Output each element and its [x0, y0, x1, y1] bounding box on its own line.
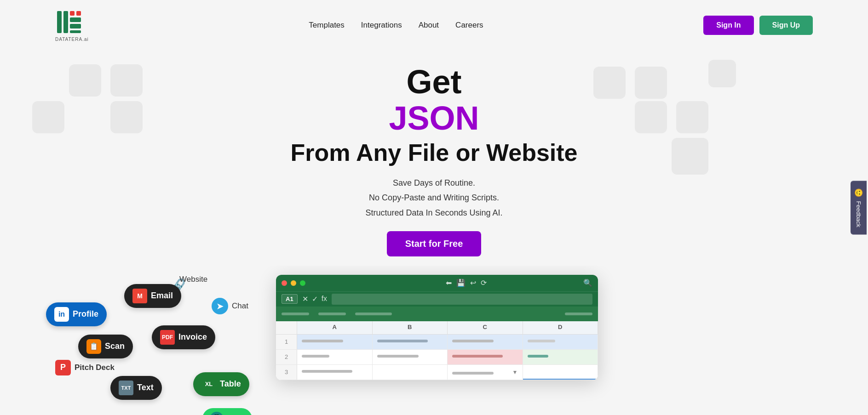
- cell-c3[interactable]: ▼: [448, 365, 523, 380]
- nav-link-careers[interactable]: Careers: [455, 21, 483, 30]
- excel-icon: XL: [201, 377, 216, 392]
- sheet-save-icon: 💾: [456, 279, 466, 287]
- window-maximize-dot: [300, 280, 305, 286]
- sheet-nav-icon: ⬅: [446, 279, 452, 287]
- cell-b2[interactable]: [373, 350, 448, 364]
- svg-rect-6: [70, 30, 81, 33]
- logo[interactable]: DATATERA.ai: [55, 8, 89, 42]
- col-header-b: B: [373, 321, 448, 334]
- row-number: 1: [276, 335, 297, 349]
- row-number: 2: [276, 350, 297, 364]
- cell-b1[interactable]: [373, 335, 448, 349]
- logo-icon: [55, 8, 83, 36]
- badge-email: M Email: [124, 284, 181, 308]
- brand-name: DATATERA.ai: [55, 37, 89, 42]
- whatsapp-icon: 💬: [210, 412, 224, 415]
- cell-c1[interactable]: [448, 335, 523, 349]
- badge-linkedin-label: Profile: [73, 309, 98, 319]
- cell-c2[interactable]: [448, 350, 523, 364]
- sheet-bar-item: [355, 313, 392, 315]
- cell-a2[interactable]: [297, 350, 373, 364]
- window-minimize-dot: [291, 280, 296, 286]
- badge-table-label: Table: [220, 379, 241, 389]
- badge-linkedin: in Profile: [46, 302, 107, 326]
- col-header-d: D: [523, 321, 598, 334]
- svg-rect-4: [70, 17, 81, 22]
- floating-badges: 🔗 Website in Profile M Email ➤ Chat 📋 Sc…: [37, 275, 258, 415]
- sheet-undo-icon: ↩: [470, 279, 476, 287]
- badge-invoice: PDF Invoice: [152, 325, 215, 349]
- navbar: DATATERA.ai Templates Integrations About…: [0, 0, 868, 50]
- sheet-header-row: A B C D: [276, 321, 598, 335]
- col-header-a: A: [297, 321, 373, 334]
- cell-a1[interactable]: [297, 335, 373, 349]
- nav-link-templates[interactable]: Templates: [309, 21, 344, 30]
- cell-d2[interactable]: [523, 350, 598, 364]
- sheet-refresh-icon: ⟳: [481, 279, 487, 287]
- badge-text: TXT Text: [110, 376, 162, 400]
- powerpoint-icon: P: [55, 360, 71, 375]
- hero-get: Get: [9, 64, 859, 100]
- table-row: 3 ▼: [276, 365, 598, 380]
- corner-header: [276, 321, 297, 334]
- txt-icon: TXT: [119, 381, 133, 395]
- bottom-section: 🔗 Website in Profile M Email ➤ Chat 📋 Sc…: [0, 266, 868, 415]
- hero-section: Get JSON From Any File or Website Save D…: [0, 50, 868, 266]
- feedback-emoji: 🙂: [854, 188, 863, 197]
- feedback-tab[interactable]: 🙂 Feedback: [851, 181, 867, 234]
- cell-b3[interactable]: [373, 365, 448, 380]
- window-close-dot: [282, 280, 287, 286]
- hero-desc-line1: Save Days of Routine.: [393, 178, 475, 188]
- formula-x-icon: ✕: [302, 295, 308, 303]
- badge-text-label: Text: [137, 383, 154, 392]
- formula-input[interactable]: [332, 294, 592, 305]
- signin-button[interactable]: Sign In: [703, 16, 753, 35]
- signup-button[interactable]: Sign Up: [759, 16, 813, 35]
- cell-a3[interactable]: [297, 365, 373, 380]
- chat-label-top: Chat: [232, 301, 248, 311]
- nav-buttons: Sign In Sign Up: [703, 16, 813, 35]
- badge-invoice-label: Invoice: [178, 332, 207, 342]
- pitchdeck-label: Pitch Deck: [75, 363, 115, 372]
- table-row: 1: [276, 335, 598, 350]
- sheet-toolbar-icons: ⬅ 💾 ↩ ⟳ 🔍: [446, 279, 592, 287]
- hero-json: JSON: [9, 100, 859, 136]
- linkedin-icon: in: [54, 307, 69, 322]
- table-row: 2: [276, 350, 598, 365]
- badge-telegram-chat: ➤ Chat: [212, 298, 248, 314]
- sheet-bar-item: [318, 313, 346, 315]
- hero-subtitle: From Any File or Website: [9, 138, 859, 167]
- hero-description: Save Days of Routine. No Copy-Paste and …: [9, 176, 859, 220]
- nav-link-integrations[interactable]: Integrations: [361, 21, 402, 30]
- sheet-search-icon: 🔍: [583, 279, 592, 287]
- nav-link-about[interactable]: About: [419, 21, 439, 30]
- sheet-titlebar: ⬅ 💾 ↩ ⟳ 🔍: [276, 275, 598, 291]
- cell-d3[interactable]: [523, 365, 598, 380]
- svg-rect-5: [70, 24, 81, 28]
- svg-rect-2: [70, 11, 75, 16]
- telegram-icon: ➤: [212, 298, 228, 314]
- svg-rect-3: [76, 11, 81, 16]
- sheet-formula-bar: A1 ✕ ✓ fx: [276, 291, 598, 307]
- formula-fx-icon: fx: [322, 295, 327, 303]
- feedback-label: Feedback: [855, 201, 862, 227]
- cell-d1[interactable]: [523, 335, 598, 349]
- spreadsheet-mockup: ⬅ 💾 ↩ ⟳ 🔍 A1 ✕ ✓ fx: [276, 275, 598, 380]
- sheet-grid: A B C D 1 2 3: [276, 321, 598, 380]
- svg-rect-0: [57, 11, 62, 33]
- col-header-c: C: [448, 321, 523, 334]
- start-for-free-button[interactable]: Start for Free: [387, 231, 482, 256]
- sheet-bar-item: [282, 313, 309, 315]
- badge-table: XL Table: [193, 372, 249, 396]
- badge-whatsapp-chat: 💬 Chat: [202, 408, 252, 415]
- sheet-bar-item: [565, 313, 592, 315]
- svg-rect-1: [63, 11, 68, 33]
- formula-check-icon: ✓: [312, 295, 318, 303]
- badge-scan-label: Scan: [105, 341, 125, 351]
- cell-reference: A1: [282, 294, 298, 304]
- hero-desc-line3: Structured Data In Seconds Using AI.: [365, 208, 502, 217]
- badge-email-label: Email: [151, 291, 173, 301]
- gmail-icon: M: [132, 289, 147, 303]
- row-number: 3: [276, 365, 297, 380]
- hero-desc-line2: No Copy-Paste and Writing Scripts.: [369, 193, 499, 202]
